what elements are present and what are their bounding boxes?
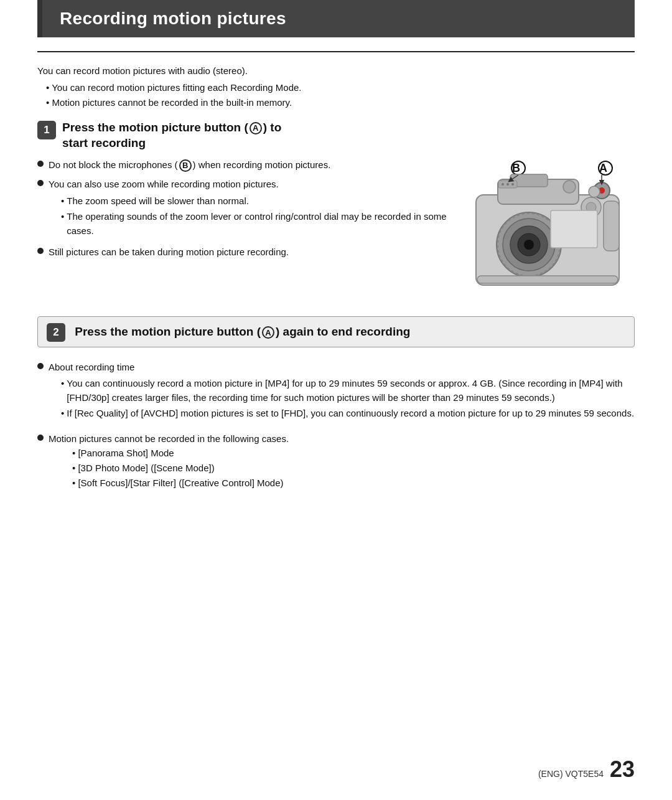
circle-a-step2: A: [262, 326, 274, 339]
step1-section: 1 Press the motion picture button (A) to…: [37, 120, 635, 304]
cannot-header-text: Motion pictures cannot be recorded in th…: [49, 431, 289, 491]
step1-subbullets: The zoom speed will be slower than norma…: [49, 194, 448, 238]
svg-rect-24: [551, 210, 597, 248]
cannot-item-3: [Soft Focus]/[Star Filter] ([Creative Co…: [72, 476, 289, 491]
step1-number: 1: [37, 121, 56, 139]
step2-title: Press the motion picture button (A) agai…: [72, 325, 410, 339]
cannot-item-1: [Panorama Shot] Mode: [72, 446, 289, 461]
step1-bullets: Do not block the microphones (B) when re…: [37, 158, 448, 259]
bullet-dot-2: [37, 180, 44, 186]
step1-bullet-1-text: Do not block the microphones (B) when re…: [49, 158, 330, 172]
step1-content: Do not block the microphones (B) when re…: [37, 158, 635, 304]
step1-subbullet-1: The zoom speed will be slower than norma…: [61, 194, 448, 209]
step1-bullet-3: Still pictures can be taken during motio…: [37, 245, 448, 259]
recording-time-bullet-1: You can continuously record a motion pic…: [61, 377, 635, 405]
circle-a-step1: A: [250, 122, 262, 134]
svg-rect-25: [477, 276, 618, 283]
cannot-list: [Panorama Shot] Mode [3D Photo Mode] ([S…: [49, 446, 289, 491]
footer-page: 23: [610, 756, 635, 783]
bullet-dot-cannot: [37, 435, 44, 441]
divider: [37, 51, 635, 52]
cannot-item-2: [3D Photo Mode] ([Scene Mode]): [72, 461, 289, 476]
page: Recording motion pictures You can record…: [0, 0, 672, 800]
intro-line1: You can record motion pictures with audi…: [37, 64, 635, 78]
cannot-bullets: Motion pictures cannot be recorded in th…: [37, 431, 635, 491]
svg-point-11: [524, 240, 534, 250]
recording-time-section: About recording time You can continuousl…: [37, 360, 635, 423]
cannot-section: Motion pictures cannot be recorded in th…: [37, 431, 635, 491]
title-bar: Recording motion pictures: [37, 0, 635, 37]
bullet-dot-rt: [37, 363, 44, 369]
step2-header: 2 Press the motion picture button (A) ag…: [37, 316, 635, 347]
svg-point-17: [506, 183, 509, 186]
recording-time-header-item: About recording time You can continuousl…: [37, 360, 635, 423]
svg-point-21: [563, 181, 576, 193]
svg-point-16: [502, 183, 504, 186]
step1-bullet-1: Do not block the microphones (B) when re…: [37, 158, 448, 172]
circle-b: B: [179, 159, 192, 172]
step1-header: 1 Press the motion picture button (A) to…: [37, 120, 635, 151]
intro-bullets: You can record motion pictures fitting e…: [37, 80, 635, 110]
footer-ref: (ENG) VQT5E54: [538, 769, 604, 779]
step1-text: Do not block the microphones (B) when re…: [37, 158, 460, 264]
camera-svg: B A: [464, 161, 632, 304]
step1-title: Press the motion picture button (A) tost…: [62, 120, 281, 151]
svg-point-22: [589, 186, 600, 197]
step2-number: 2: [47, 323, 65, 342]
intro-bullet-1: You can record motion pictures fitting e…: [46, 80, 635, 95]
svg-point-18: [511, 183, 514, 186]
footer: (ENG) VQT5E54 23: [538, 756, 635, 783]
bullet-dot-1: [37, 161, 44, 167]
step1-subbullet-2: The operating sounds of the zoom lever o…: [61, 210, 448, 238]
step1-bullet-2-text: You can also use zoom while recording mo…: [49, 177, 448, 240]
intro-section: You can record motion pictures with audi…: [37, 64, 635, 110]
recording-time-bullet-2: If [Rec Quality] of [AVCHD] motion pictu…: [61, 407, 635, 421]
recording-time-bullets: About recording time You can continuousl…: [37, 360, 635, 423]
recording-time-header-text: About recording time You can continuousl…: [49, 360, 635, 423]
title-accent: [37, 0, 42, 37]
recording-time-inner: You can continuously record a motion pic…: [49, 377, 635, 421]
cannot-header-item: Motion pictures cannot be recorded in th…: [37, 431, 635, 491]
intro-bullet-2: Motion pictures cannot be recorded in th…: [46, 95, 635, 110]
step2-section: 2 Press the motion picture button (A) ag…: [37, 316, 635, 347]
step1-bullet-3-text: Still pictures can be taken during motio…: [49, 245, 289, 259]
bullet-dot-3: [37, 248, 44, 254]
camera-image-container: B A: [460, 158, 635, 304]
page-title: Recording motion pictures: [42, 0, 635, 37]
svg-rect-23: [604, 201, 619, 251]
step1-bullet-2: You can also use zoom while recording mo…: [37, 177, 448, 240]
